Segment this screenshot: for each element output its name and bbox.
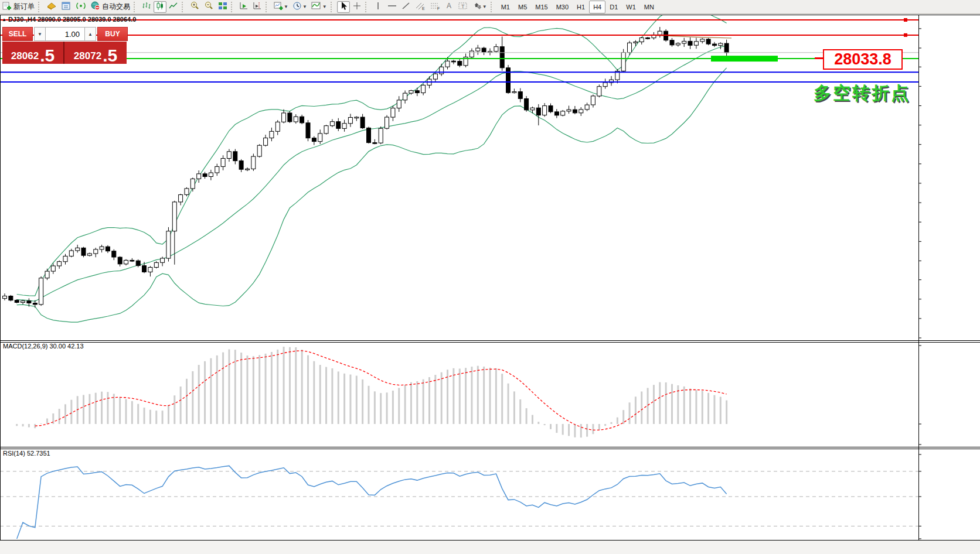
crosshair-button[interactable] bbox=[351, 1, 363, 13]
bar-chart-mode-button[interactable] bbox=[140, 1, 153, 13]
bar-chart-icon bbox=[142, 1, 151, 13]
trendline-tool-button[interactable] bbox=[400, 1, 413, 13]
sell-price-dec: .5 bbox=[40, 48, 55, 63]
timeframe-button-H1[interactable]: H1 bbox=[573, 1, 589, 13]
tile-windows-button[interactable] bbox=[216, 1, 229, 13]
autotrading-button[interactable]: 自动交易 bbox=[89, 1, 132, 13]
candlestick-icon bbox=[155, 1, 165, 13]
chevron-down-icon: ▼ bbox=[284, 4, 288, 9]
timeframe-button-M5[interactable]: M5 bbox=[514, 1, 531, 13]
indicators-button[interactable]: ▼ bbox=[309, 1, 329, 13]
cursor-icon bbox=[339, 1, 348, 13]
timeframe-button-M30[interactable]: M30 bbox=[552, 1, 573, 13]
chart-ohlc-values: 28090.0 28095.0 28039.0 28064.0 bbox=[38, 16, 136, 23]
signals-button[interactable] bbox=[74, 1, 88, 13]
sell-button[interactable]: SELL bbox=[2, 27, 33, 41]
svg-text:T: T bbox=[461, 3, 465, 9]
channel-icon: E bbox=[415, 1, 426, 13]
indicators-icon bbox=[311, 1, 322, 13]
line-endpoint-marker[interactable] bbox=[904, 18, 907, 22]
new-order-label: 新订单 bbox=[13, 2, 35, 12]
auto-scroll-icon bbox=[239, 1, 249, 13]
toolbar-grip[interactable] bbox=[231, 2, 235, 12]
timeframe-button-H4[interactable]: H4 bbox=[589, 1, 605, 13]
line-chart-mode-button[interactable] bbox=[167, 1, 180, 13]
tile-windows-icon bbox=[218, 1, 227, 13]
toolbar-grip[interactable] bbox=[38, 2, 42, 12]
fibonacci-tool-button[interactable]: F bbox=[428, 1, 442, 13]
timeframe-button-MN[interactable]: MN bbox=[640, 1, 658, 13]
sell-price-display[interactable]: 28062 .5 bbox=[2, 42, 64, 64]
sell-price-int: 28062 bbox=[11, 51, 39, 61]
clock-icon bbox=[292, 1, 302, 13]
rsi-indicator-label: RSI(14) 52.7351 bbox=[3, 450, 50, 457]
new-order-button[interactable]: 新订单 bbox=[1, 1, 36, 13]
text-label-tool-button[interactable]: T bbox=[456, 1, 470, 13]
cursor-button[interactable] bbox=[337, 1, 350, 13]
volume-decrease-button[interactable]: ▼ bbox=[34, 27, 46, 41]
timeframe-button-M15[interactable]: M15 bbox=[531, 1, 552, 13]
auto-scroll-button[interactable] bbox=[237, 1, 250, 13]
price-annotation-box[interactable]: 28033.8 bbox=[823, 49, 903, 70]
new-chart-button[interactable]: ▼ bbox=[272, 1, 290, 13]
trendline-icon bbox=[401, 1, 411, 13]
arrows-tool-button[interactable]: ▼ bbox=[471, 1, 489, 13]
zoom-out-icon bbox=[204, 1, 214, 13]
buy-button[interactable]: BUY bbox=[97, 27, 128, 41]
equidistant-channel-button[interactable]: E bbox=[413, 1, 427, 13]
toolbar-grip[interactable] bbox=[266, 2, 270, 12]
mt4-terminal-window: 新订单 自动交易 ▼ ▼ ▼ E F A T ▼ bbox=[0, 0, 980, 554]
chart-title: DJ30-,H4 28090.0 28095.0 28039.0 28064.0 bbox=[8, 16, 136, 23]
zoom-out-button[interactable] bbox=[202, 1, 216, 13]
toolbar-grip[interactable] bbox=[331, 2, 335, 12]
turning-point-annotation[interactable]: 多空转折点 bbox=[814, 81, 910, 105]
data-window-icon bbox=[61, 1, 72, 13]
candlestick-mode-button[interactable] bbox=[154, 1, 166, 13]
zoom-in-button[interactable] bbox=[188, 1, 202, 13]
timeframe-button-D1[interactable]: D1 bbox=[605, 1, 622, 13]
chevron-down-icon: ▼ bbox=[322, 4, 327, 9]
collapse-marker-icon[interactable]: ▲ bbox=[2, 17, 6, 22]
time-axis-bar[interactable] bbox=[0, 541, 980, 554]
market-watch-icon bbox=[46, 1, 57, 13]
one-click-trading-panel: SELL ▼ 1.00 ▲ BUY 28062 .5 28072 .5 bbox=[2, 27, 128, 64]
toolbar-grip[interactable] bbox=[134, 2, 138, 12]
vertical-line-tool-button[interactable] bbox=[372, 1, 384, 13]
support-zone-highlight[interactable] bbox=[711, 56, 778, 61]
timeframe-button-M1[interactable]: M1 bbox=[497, 1, 514, 13]
text-label-icon: T bbox=[458, 1, 468, 13]
autotrading-label: 自动交易 bbox=[102, 2, 130, 12]
new-chart-icon bbox=[274, 1, 283, 13]
text-icon: A bbox=[445, 1, 453, 13]
chart-shift-button[interactable] bbox=[251, 1, 264, 13]
chevron-down-icon: ▼ bbox=[482, 4, 487, 9]
horizontal-line-icon bbox=[387, 1, 397, 13]
periods-button[interactable]: ▼ bbox=[291, 1, 309, 13]
autotrading-icon bbox=[90, 1, 100, 13]
chart-shift-icon bbox=[253, 1, 262, 13]
crosshair-icon bbox=[352, 1, 362, 13]
text-tool-button[interactable]: A bbox=[443, 1, 455, 13]
buy-price-display[interactable]: 28072 .5 bbox=[64, 42, 127, 64]
arrows-icon bbox=[472, 1, 482, 13]
macd-indicator-label: MACD(12,26,9) 30.00 42.13 bbox=[3, 343, 84, 350]
market-watch-button[interactable] bbox=[45, 1, 59, 13]
vertical-line-icon bbox=[374, 1, 382, 13]
line-chart-icon bbox=[169, 1, 178, 13]
horizontal-line-tool-button[interactable] bbox=[385, 1, 399, 13]
volume-increase-button[interactable]: ▲ bbox=[84, 27, 96, 41]
toolbar-grip[interactable] bbox=[491, 2, 495, 12]
svg-text:F: F bbox=[437, 6, 440, 11]
data-window-button[interactable] bbox=[59, 1, 73, 13]
main-toolbar: 新订单 自动交易 ▼ ▼ ▼ E F A T ▼ bbox=[0, 0, 980, 14]
signals-icon bbox=[76, 1, 86, 13]
timeframe-button-W1[interactable]: W1 bbox=[622, 1, 640, 13]
toolbar-grip[interactable] bbox=[365, 2, 369, 12]
price-annotation-connector bbox=[815, 57, 823, 59]
line-endpoint-marker[interactable] bbox=[904, 33, 907, 37]
timeframe-group: M1M5M15M30H1H4D1W1MN bbox=[497, 1, 658, 13]
chart-symbol-period: DJ30-,H4 bbox=[8, 16, 36, 23]
svg-text:A: A bbox=[447, 2, 451, 10]
toolbar-grip[interactable] bbox=[182, 2, 186, 12]
volume-input[interactable]: 1.00 bbox=[46, 27, 84, 41]
